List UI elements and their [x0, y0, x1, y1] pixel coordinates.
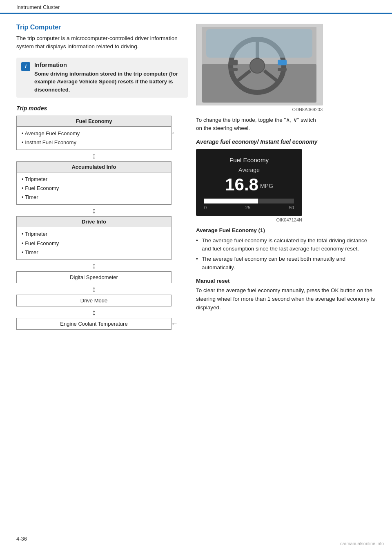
fuel-economy-display: Fuel Economy Average 16.8 MPG 0 25 50 [196, 149, 302, 216]
svg-rect-11 [206, 29, 312, 58]
fuel-display-caption: OIK047124N [196, 217, 302, 222]
flow-arrow-2: ↕ [16, 205, 172, 216]
fuel-bar [204, 199, 294, 203]
bar-tick-25: 25 [245, 205, 250, 210]
flow-box-digital-speedometer: Digital Speedometer [16, 271, 172, 283]
list-item: Fuel Economy [22, 184, 166, 193]
trip-mode-change-text: To change the trip mode, toggle the "∧, … [196, 116, 323, 133]
flow-arrow-5: ↕ [16, 306, 172, 318]
bar-tick-0: 0 [204, 205, 207, 210]
watermark: carmanualsonline.info [340, 541, 384, 546]
list-item: Fuel Economy [22, 239, 166, 248]
flow-box-drive-info: Drive Info Tripmeter Fuel Economy Timer [16, 216, 172, 259]
manual-reset-title: Manual reset [196, 278, 376, 284]
steering-caption: ODN8A069203 [196, 107, 323, 112]
avg-fuel-header: Average Fuel Economy (1) [196, 227, 376, 233]
main-content: Trip Computer The trip computer is a mic… [0, 16, 392, 338]
flow-box-body-1: Average Fuel Economy Instant Fuel Econom… [17, 127, 171, 150]
list-item: Timer [22, 248, 166, 257]
flow-row-1: Fuel Economy Average Fuel Economy Instan… [16, 116, 172, 150]
fuel-bar-ticks: 0 25 50 [204, 205, 294, 210]
fuel-display-value: 16.8 MPG [204, 175, 294, 195]
fuel-display-number: 16.8 [225, 175, 258, 194]
flow-row-6: Engine Coolant Temperature ← [16, 318, 172, 330]
fuel-display-title: Fuel Economy [204, 157, 294, 163]
list-item: Tripmeter [22, 230, 166, 239]
flow-box-body-2: Tripmeter Fuel Economy Timer [17, 172, 171, 204]
fuel-display-label: Average [204, 167, 294, 173]
right-arrow-6: ← [171, 320, 178, 328]
list-item: Instant Fuel Economy [22, 138, 166, 147]
fuel-economy-items: Average Fuel Economy Instant Fuel Econom… [22, 129, 166, 147]
flow-row-2: Accumulated Info Tripmeter Fuel Economy … [16, 161, 172, 205]
flowchart: Fuel Economy Average Fuel Economy Instan… [16, 116, 172, 330]
avg-fuel-section-title: Average fuel economy/ Instant fuel econo… [196, 139, 376, 145]
flow-box-accumulated: Accumulated Info Tripmeter Fuel Economy … [16, 161, 172, 205]
left-column: Trip Computer The trip computer is a mic… [16, 24, 188, 330]
info-content: Information Some driving information sto… [34, 62, 183, 94]
fuel-display-unit: MPG [260, 183, 273, 189]
bar-tick-50: 50 [289, 205, 294, 210]
section-desc: The trip computer is a microcomputer-con… [16, 34, 188, 51]
flow-row-3: Drive Info Tripmeter Fuel Economy Timer [16, 216, 172, 259]
list-item: The average fuel economy is calculated b… [196, 237, 376, 254]
flow-arrow-3: ↕ [16, 260, 172, 271]
info-icon: i [21, 62, 30, 71]
list-item: Average Fuel Economy [22, 129, 166, 138]
flow-row-4: Digital Speedometer [16, 271, 172, 283]
header-bar: Instrument Cluster [0, 0, 392, 14]
info-title: Information [34, 62, 183, 68]
right-column: ODN8A069203 To change the trip mode, tog… [196, 24, 376, 330]
svg-point-3 [250, 58, 265, 73]
manual-reset-text: To clear the average fuel economy manual… [196, 286, 376, 312]
list-item: Tripmeter [22, 175, 166, 184]
header-title: Instrument Cluster [16, 4, 376, 13]
svg-rect-10 [229, 68, 238, 71]
footer-page-number: 4-36 [16, 536, 27, 542]
steering-wheel-image [196, 24, 323, 105]
flow-box-header-2: Accumulated Info [17, 162, 171, 172]
flow-box-fuel-economy: Fuel Economy Average Fuel Economy Instan… [16, 116, 172, 150]
info-text: Some driving information stored in the t… [34, 70, 183, 94]
flow-box-body-3: Tripmeter Fuel Economy Timer [17, 227, 171, 259]
avg-fuel-bullets: The average fuel economy is calculated b… [196, 237, 376, 273]
svg-rect-7 [278, 60, 287, 65]
trip-modes-title: Trip modes [16, 105, 188, 112]
flow-arrow-4: ↕ [16, 283, 172, 295]
drive-info-items: Tripmeter Fuel Economy Timer [22, 230, 166, 257]
list-item: The average fuel economy can be reset bo… [196, 255, 376, 272]
right-arrow-1: ← [171, 129, 178, 137]
flow-arrow-1: ↕ [16, 150, 172, 161]
fuel-bar-filled [204, 199, 258, 203]
steering-wheel-svg [202, 27, 316, 103]
accumulated-items: Tripmeter Fuel Economy Timer [22, 175, 166, 202]
flow-box-header-3: Drive Info [17, 217, 171, 227]
list-item: Timer [22, 193, 166, 202]
svg-rect-9 [229, 60, 238, 65]
flow-box-engine-coolant: Engine Coolant Temperature [16, 318, 172, 330]
flow-box-drive-mode: Drive Mode [16, 295, 172, 306]
flow-box-header-1: Fuel Economy [17, 116, 171, 127]
flow-row-5: Drive Mode [16, 295, 172, 306]
svg-rect-8 [278, 68, 287, 71]
info-box: i Information Some driving information s… [16, 58, 188, 98]
section-title: Trip Computer [16, 24, 188, 31]
